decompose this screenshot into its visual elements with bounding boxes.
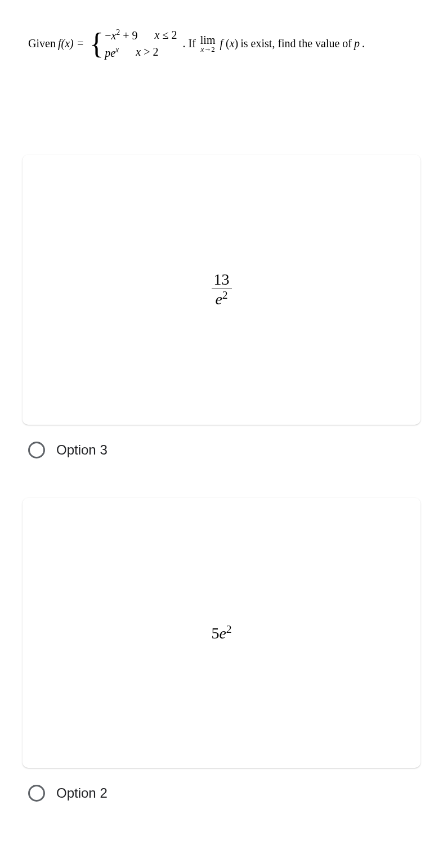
brace-icon: { [90,32,104,56]
variable-p: p [354,37,360,50]
question-suffix: is exist, find the value of [240,37,352,50]
option3-numerator: 13 [212,271,232,289]
radio-icon[interactable] [28,442,45,458]
limit-op: lim [200,34,216,46]
limit-notation: lim x→2 [200,34,216,53]
question-prefix: Given [28,37,56,50]
piece1-expr: −x2 + 9 [105,28,137,42]
option2-expr: 5e2 [211,623,231,642]
question-text: Given f(x) = { −x2 + 9 x ≤ 2 pex x > 2 .… [11,11,432,76]
radio-icon[interactable] [28,785,45,802]
option3-fraction: 13 e2 [212,271,232,308]
piece2-cond: x > 2 [136,46,158,59]
option3-radio-row[interactable]: Option 3 [11,436,432,481]
option2-radio-row[interactable]: Option 2 [11,779,432,824]
option2-label: Option 2 [56,785,108,801]
option-card-2: 5e2 [23,498,420,768]
question-end: . [362,37,365,50]
piece2-expr: pex [105,46,119,60]
limit-fx: f (x) [220,37,238,50]
piece1-cond: x ≤ 2 [155,29,177,42]
option3-label: Option 3 [56,442,108,458]
option-card-3: 13 e2 [23,155,420,425]
limit-sub: x→2 [200,46,214,53]
fx-label: f(x) = [58,37,84,50]
option3-denominator: e2 [213,289,230,308]
piecewise-function: { −x2 + 9 x ≤ 2 pex x > 2 [90,28,177,59]
mid-text: . If [182,37,195,50]
